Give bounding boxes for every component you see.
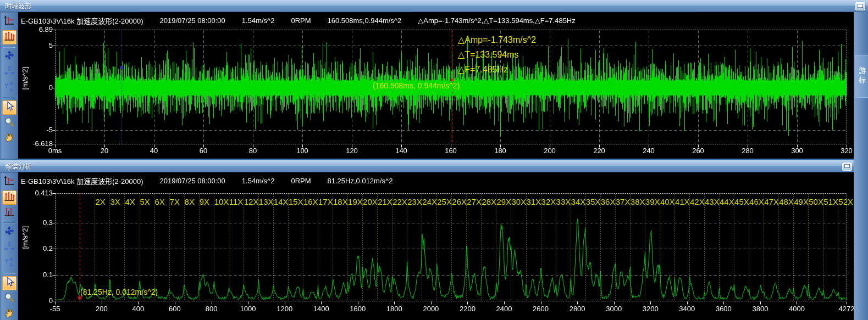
x-scale-icon: X xyxy=(3,241,15,255)
y-scale-button[interactable]: Y xyxy=(2,256,16,271)
collapse-button-time[interactable] xyxy=(855,2,865,10)
pointer-icon xyxy=(3,276,15,290)
toolbar-separator xyxy=(3,47,15,48)
trace-info-field: 1.54m/s^2 xyxy=(242,16,275,25)
x-scale-icon: X xyxy=(3,65,15,80)
single-cursor-icon xyxy=(3,15,15,29)
trace-info-field: E-GB103\3V\16k 加速度波形(2-20000) xyxy=(21,15,143,26)
toolbar-separator xyxy=(3,273,15,274)
zoom-button[interactable] xyxy=(2,116,16,130)
toolbar-separator xyxy=(3,222,15,223)
pan-move-button[interactable] xyxy=(2,226,16,240)
trace-info-field: 0RPM xyxy=(291,16,311,25)
dual-cursor-button[interactable] xyxy=(2,206,16,220)
trace-info-field: △Amp=-1.743m/s^2,△T=133.594ms,△F=7.485Hz xyxy=(418,16,575,25)
trace-info-field: 2019/07/25 08:00:00 xyxy=(160,16,225,25)
single-cursor-icon xyxy=(3,175,15,189)
svg-text:X: X xyxy=(8,66,12,72)
zoom-icon xyxy=(3,291,15,306)
svg-text:X: X xyxy=(8,242,12,248)
collapse-icon xyxy=(858,4,863,8)
x-scale-button[interactable]: X xyxy=(2,65,16,80)
time-panel-title: 时域波形 xyxy=(5,1,31,10)
multi-cursor-icon xyxy=(3,30,15,44)
y-scale-icon: Y xyxy=(3,256,15,271)
zoom-icon xyxy=(3,116,15,130)
multi-cursor-icon xyxy=(3,190,15,205)
trace-info-field: 0RPM xyxy=(291,177,311,185)
spectrum-panel-title: 频谱分析 xyxy=(5,161,31,171)
svg-text:Y: Y xyxy=(5,259,9,265)
pan-move-icon xyxy=(3,50,15,64)
pan-move-icon xyxy=(3,226,15,240)
spectrum-trace-info-bar: E-GB103\3V\16k 加速度波形(2-20000)2019/07/25 … xyxy=(21,176,392,186)
single-cursor-button[interactable] xyxy=(2,175,16,189)
trace-info-field: 1.54m/s^2 xyxy=(242,177,275,185)
spectrum-toolbar: XY xyxy=(1,173,18,320)
x-scale-button[interactable]: X xyxy=(2,241,16,255)
trace-info-field: 2019/07/25 08:00:00 xyxy=(160,177,225,185)
side-dock-tab-label: 游标 xyxy=(856,67,867,86)
hand-icon xyxy=(3,131,15,145)
y-scale-icon: Y xyxy=(3,81,15,95)
multi-cursor-button[interactable] xyxy=(2,30,16,44)
spectrum-panel-titlebar[interactable]: 频谱分析 xyxy=(0,160,854,172)
time-panel-titlebar[interactable]: 时域波形 xyxy=(0,0,868,12)
spectrum-plot-area[interactable] xyxy=(55,193,847,301)
toolbar-separator xyxy=(3,97,15,98)
trace-info-field: 81.25Hz,0.012m/s^2 xyxy=(328,177,393,185)
multi-cursor-button[interactable] xyxy=(2,190,16,205)
side-dock-tab[interactable]: 游标 xyxy=(855,55,868,98)
hand-button[interactable] xyxy=(2,307,16,320)
dual-cursor-icon xyxy=(3,206,15,220)
svg-text:Y: Y xyxy=(5,83,9,89)
y-scale-button[interactable]: Y xyxy=(2,81,16,95)
hand-icon xyxy=(3,307,15,320)
pointer-button[interactable] xyxy=(2,100,16,115)
single-cursor-button[interactable] xyxy=(2,15,16,29)
collapse-icon xyxy=(844,164,850,168)
trace-info-field: E-GB103\3V\16k 加速度波形(2-20000) xyxy=(21,176,143,186)
pointer-icon xyxy=(3,100,15,115)
pointer-button[interactable] xyxy=(2,276,16,290)
pan-move-button[interactable] xyxy=(2,50,16,64)
collapse-button-spectrum[interactable] xyxy=(842,162,852,171)
zoom-button[interactable] xyxy=(2,291,16,306)
hand-button[interactable] xyxy=(2,131,16,145)
time-trace-info-bar: E-GB103\3V\16k 加速度波形(2-20000)2019/07/25 … xyxy=(21,15,576,26)
time-plot-area[interactable] xyxy=(55,30,847,144)
time-toolbar: XY xyxy=(1,13,18,159)
trace-info-field: 160.508ms,0.944m/s^2 xyxy=(328,16,402,25)
